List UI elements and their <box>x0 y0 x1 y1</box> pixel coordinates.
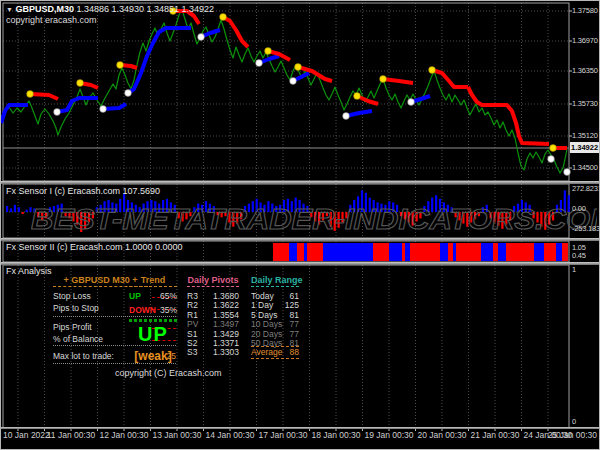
time-axis-label: 21 Jan 00:30 <box>470 430 519 440</box>
pivot-row: S31.3303 <box>187 348 239 357</box>
daily-pivots-header: Daily Pivots <box>187 275 239 287</box>
time-axis-label: 11 Jan 00:30 <box>47 430 96 440</box>
current-price-badge: 1.34922 <box>570 142 600 153</box>
range-row: 10 Days77 <box>251 320 299 329</box>
trend-header: Trend <box>129 275 177 287</box>
dropdown-arrow-icon[interactable]: ▼ <box>6 6 13 13</box>
time-axis-label: 17 Jan 00:30 <box>258 430 307 440</box>
trend-up-pct: 65% <box>160 292 177 301</box>
price-scale-label: 1.36350 <box>572 67 598 75</box>
trend-down-row: DOWN 35% <box>129 306 177 315</box>
time-axis-label: 18 Jan 00:30 <box>311 430 360 440</box>
mt4-chart-window: ▼ GBPUSD,M30 1.34886 1.34930 1.34851 1.3… <box>0 0 600 450</box>
row-separator <box>53 363 176 364</box>
trend-up-row: UP 65% <box>129 292 177 301</box>
price-scale-label: 1.37580 <box>572 7 598 15</box>
time-axis-label: 19 Jan 00:30 <box>364 430 413 440</box>
chart-title: ▼ GBPUSD,M30 1.34886 1.34930 1.34851 1.3… <box>6 4 214 15</box>
analysis-scale-top: 1 <box>572 266 576 274</box>
sensor1-scale-label: 272.8231 <box>572 185 600 193</box>
pane-splitter-2[interactable] <box>1 238 600 241</box>
price-scale-label: 1.35120 <box>572 132 598 140</box>
symbol-period-label: GBPUSD,M30 <box>15 4 74 14</box>
time-axis-border <box>1 427 600 429</box>
pane-splitter-1[interactable] <box>1 181 600 184</box>
time-axis-label: 12 Jan 00:30 <box>99 430 148 440</box>
sensor1-scale-label: 0.00 <box>572 205 586 213</box>
price-scale-label: 1.36970 <box>572 37 598 45</box>
trend-strength-bar <box>129 319 177 322</box>
trend-strength-label: [weak] <box>129 349 177 363</box>
price-scale-label: 1.34500 <box>572 164 598 172</box>
daily-range-header: Daily Range <box>251 275 299 287</box>
trend-down-pct: 35% <box>160 306 177 315</box>
analysis-scale-bottom: 0 <box>572 418 576 426</box>
pivot-row: R21.3622 <box>187 301 239 310</box>
range-row: Average88 <box>251 346 299 359</box>
sensor2-scale-mid: 0.45 <box>572 252 586 260</box>
time-axis-label: 20 Jan 00:30 <box>417 430 466 440</box>
time-axis-label: 13 Jan 00:30 <box>152 430 201 440</box>
price-scale-label: 1.35730 <box>572 100 598 108</box>
pivot-row: PV1.3497 <box>187 320 239 329</box>
trend-up-label: UP <box>129 291 141 301</box>
sensor1-scale-label: -253.1837 <box>572 225 600 233</box>
sensor1-label: Fx Sensor I (c) Eracash.com 107.5690 <box>6 186 160 196</box>
ohlc-quotes: 1.34886 1.34930 1.34851 1.34922 <box>76 4 214 14</box>
range-row: 1 Day125 <box>251 301 299 310</box>
analysis-copyright: copyright (C) Eracash.com <box>115 368 222 378</box>
trend-down-label: DOWN <box>129 305 156 315</box>
row-separator <box>53 316 176 317</box>
chart-copyright: copyright eracash.com <box>6 15 97 25</box>
analysis-label: Fx Analysis <box>6 266 52 276</box>
trend-direction-big: UP <box>129 323 177 346</box>
sensor2-label: Fx Sensor II (c) Eracash.com 1.0000 0.00… <box>6 242 183 252</box>
time-axis-label: 10 Jan 2022 <box>3 430 50 440</box>
chart-canvas[interactable] <box>1 1 600 450</box>
time-axis-label: 25 Jan 00:30 <box>548 430 597 440</box>
time-axis-label: 14 Jan 00:30 <box>205 430 254 440</box>
pane-splitter-3[interactable] <box>1 262 600 265</box>
